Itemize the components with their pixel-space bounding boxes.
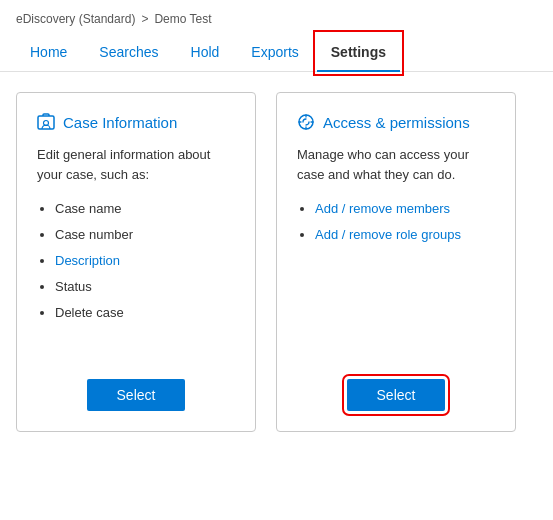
access-permissions-select-button[interactable]: Select	[347, 379, 446, 411]
nav-item-exports[interactable]: Exports	[237, 34, 312, 72]
breadcrumb-separator: >	[141, 12, 148, 26]
nav-item-hold[interactable]: Hold	[177, 34, 234, 72]
nav-item-searches[interactable]: Searches	[85, 34, 172, 72]
breadcrumb-part1: eDiscovery (Standard)	[16, 12, 135, 26]
case-information-card: Case Information Edit general informatio…	[16, 92, 256, 432]
main-content: Case Information Edit general informatio…	[0, 72, 553, 452]
list-item: Add / remove role groups	[315, 222, 495, 248]
list-item: Delete case	[55, 300, 235, 326]
card-header-access: Access & permissions	[297, 113, 495, 131]
breadcrumb-part2: Demo Test	[154, 12, 211, 26]
access-permissions-card: Access & permissions Manage who can acce…	[276, 92, 516, 432]
access-permissions-btn-wrap: Select	[297, 379, 495, 411]
navigation: Home Searches Hold Exports Settings	[0, 34, 553, 72]
access-permissions-list: Add / remove members Add / remove role g…	[297, 196, 495, 359]
access-permissions-desc: Manage who can access your case and what…	[297, 145, 495, 184]
breadcrumb: eDiscovery (Standard) > Demo Test	[0, 0, 553, 34]
list-item: Status	[55, 274, 235, 300]
list-item: Description	[55, 248, 235, 274]
card-header-case: Case Information	[37, 113, 235, 131]
list-item: Case name	[55, 196, 235, 222]
case-information-list: Case name Case number Description Status…	[37, 196, 235, 359]
list-item: Add / remove members	[315, 196, 495, 222]
case-information-select-button[interactable]: Select	[87, 379, 186, 411]
svg-rect-0	[38, 116, 54, 129]
nav-item-home[interactable]: Home	[16, 34, 81, 72]
case-information-btn-wrap: Select	[37, 379, 235, 411]
access-permissions-title: Access & permissions	[323, 114, 470, 131]
case-information-desc: Edit general information about your case…	[37, 145, 235, 184]
list-item: Case number	[55, 222, 235, 248]
nav-item-settings[interactable]: Settings	[317, 34, 400, 72]
case-info-icon	[37, 113, 55, 131]
access-icon	[297, 113, 315, 131]
case-information-title: Case Information	[63, 114, 177, 131]
